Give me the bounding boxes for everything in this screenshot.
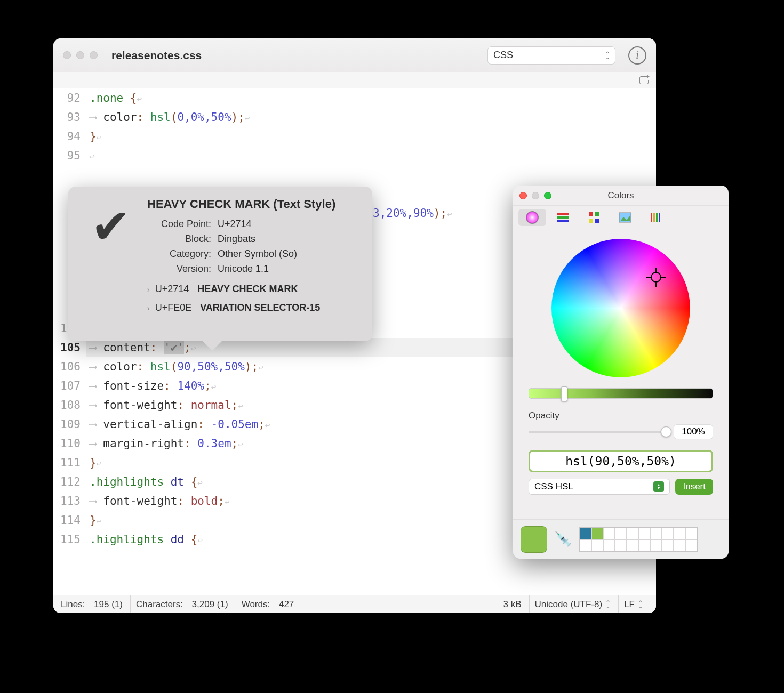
component-char-2[interactable]: › U+FE0E VARIATION SELECTOR-15 — [147, 302, 359, 313]
swatch-saved-2[interactable] — [591, 528, 603, 539]
chevron-up-down-icon: ⌃⌄ — [605, 601, 611, 608]
swatch-empty[interactable] — [638, 539, 650, 551]
color-wheel-icon — [525, 211, 539, 224]
picker-mode-tabs — [513, 206, 729, 229]
swatch-empty[interactable] — [603, 539, 615, 551]
pencils-icon — [649, 211, 663, 224]
status-filesize: 3 kB — [498, 595, 527, 613]
status-lines: Lines: 195 (1) — [61, 595, 128, 613]
titlebar: releasenotes.css CSS ⌃⌄ i — [53, 38, 656, 72]
swatch-empty[interactable] — [627, 528, 638, 539]
tab-pencils[interactable] — [642, 209, 670, 226]
palette-icon — [587, 211, 601, 224]
color-wheel[interactable] — [551, 239, 690, 377]
traffic-lights — [63, 51, 98, 59]
svg-rect-2 — [557, 213, 569, 215]
swatch-empty[interactable] — [674, 539, 685, 551]
chevron-right-icon: › — [147, 304, 150, 312]
color-value-field[interactable]: hsl(90,50%,50%) — [529, 450, 713, 472]
colors-footer: 💉 — [513, 519, 729, 559]
language-select[interactable]: CSS ⌃⌄ — [487, 46, 615, 65]
status-words: Words: 427 — [236, 595, 300, 613]
opacity-slider[interactable] — [529, 431, 668, 433]
svg-rect-13 — [656, 213, 658, 222]
opacity-label: Opacity — [529, 410, 713, 421]
swatch-empty[interactable] — [638, 528, 650, 539]
swatch-saved-1[interactable] — [580, 528, 591, 539]
chevron-up-down-icon: ⌃⌄ — [638, 601, 643, 608]
panel-title: Colors — [513, 190, 729, 201]
swatch-empty[interactable] — [615, 539, 627, 551]
svg-rect-12 — [653, 213, 655, 222]
character-info-popover: ✔ HEAVY CHECK MARK (Text Style) Code Poi… — [68, 187, 372, 341]
image-icon — [618, 211, 632, 224]
swatch-empty[interactable] — [615, 528, 627, 539]
encoding-select[interactable]: Unicode (UTF-8) ⌃⌄ — [529, 595, 617, 613]
tab-image[interactable] — [611, 209, 639, 226]
swatch-empty[interactable] — [650, 539, 662, 551]
svg-rect-11 — [651, 213, 652, 222]
swatch-grid — [579, 527, 698, 552]
tab-bar — [53, 72, 656, 88]
line-ending-select[interactable]: LF ⌃⌄ — [618, 595, 649, 613]
swatch-empty[interactable] — [627, 539, 638, 551]
swatch-empty[interactable] — [580, 539, 591, 551]
opacity-field[interactable] — [674, 424, 713, 439]
swatch-empty[interactable] — [662, 539, 674, 551]
glyph-preview: ✔ — [81, 197, 140, 331]
svg-rect-7 — [589, 219, 593, 223]
status-characters: Characters: 3,209 (1) — [130, 595, 234, 613]
svg-rect-4 — [557, 220, 569, 222]
swatch-empty[interactable] — [591, 539, 603, 551]
chevron-up-down-icon: ⌃⌄ — [605, 52, 610, 59]
svg-rect-8 — [595, 219, 599, 223]
tab-palettes[interactable] — [580, 209, 608, 226]
brightness-slider[interactable] — [529, 388, 713, 399]
colors-panel: Colors Opacity — [513, 186, 729, 559]
swatch-empty[interactable] — [674, 528, 685, 539]
language-select-value: CSS — [493, 50, 513, 61]
component-char-1[interactable]: › U+2714 HEAVY CHECK MARK — [147, 284, 359, 295]
svg-rect-14 — [659, 213, 660, 222]
line-number-gutter: 92939495 104105106107 108109110111 11211… — [53, 88, 86, 595]
eyedropper-icon[interactable]: 💉 — [555, 531, 572, 547]
color-wheel-cursor[interactable] — [651, 272, 661, 283]
svg-point-1 — [526, 212, 538, 223]
tab-color-wheel[interactable] — [518, 209, 546, 226]
brightness-thumb[interactable] — [561, 386, 567, 401]
swatch-empty[interactable] — [662, 528, 674, 539]
insert-button[interactable]: Insert — [675, 479, 713, 495]
svg-rect-5 — [589, 212, 593, 216]
chevron-up-down-icon: ▴▾ — [653, 481, 664, 492]
swatch-empty[interactable] — [685, 528, 697, 539]
swatch-empty[interactable] — [650, 528, 662, 539]
sliders-icon — [556, 211, 570, 224]
close-icon[interactable] — [63, 51, 71, 59]
zoom-icon[interactable] — [90, 51, 98, 59]
info-button[interactable]: i — [628, 46, 646, 65]
color-format-select[interactable]: CSS HSL ▴▾ — [529, 479, 670, 495]
swatch-empty[interactable] — [603, 528, 615, 539]
opacity-thumb[interactable] — [661, 426, 671, 437]
character-name: HEAVY CHECK MARK (Text Style) — [147, 197, 359, 211]
tab-sliders[interactable] — [549, 209, 577, 226]
svg-rect-6 — [595, 212, 599, 216]
chevron-right-icon: › — [147, 285, 150, 294]
document-title: releasenotes.css — [111, 49, 482, 62]
add-tab-icon[interactable] — [639, 76, 649, 84]
statusbar: Lines: 195 (1) Characters: 3,209 (1) Wor… — [53, 595, 656, 613]
svg-rect-3 — [557, 216, 569, 219]
swatch-empty[interactable] — [685, 539, 697, 551]
colors-titlebar: Colors — [513, 186, 729, 206]
minimize-icon[interactable] — [76, 51, 84, 59]
current-color-swatch[interactable] — [521, 526, 547, 553]
